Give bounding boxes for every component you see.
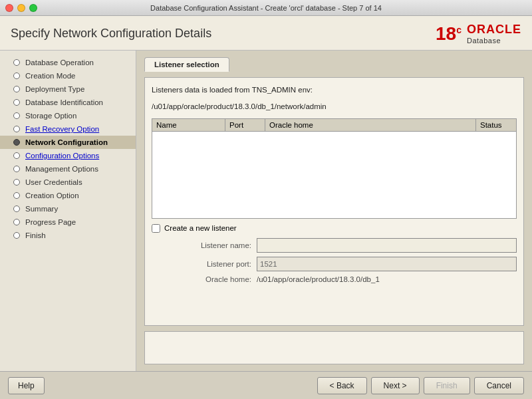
content-area: Database Operation Creation Mode Deploym… (0, 51, 532, 371)
table-body (152, 132, 516, 218)
help-button[interactable]: Help (8, 377, 45, 394)
titlebar: Database Configuration Assistant - Creat… (0, 0, 532, 16)
sidebar-item-progress-page[interactable]: Progress Page (0, 215, 136, 229)
sidebar-item-creation-mode[interactable]: Creation Mode (0, 69, 136, 82)
footer-left: Help (8, 377, 45, 394)
sidebar-item-label: Network Configuration (25, 138, 108, 146)
sidebar-item-summary[interactable]: Summary (0, 202, 136, 215)
create-new-listener-checkbox[interactable] (152, 224, 160, 233)
sidebar-item-fast-recovery-option[interactable]: Fast Recovery Option (0, 122, 136, 136)
step-circle (13, 112, 20, 119)
sidebar-item-label: Management Options (25, 165, 98, 173)
sidebar-item-user-credentials[interactable]: User Credentials (0, 176, 136, 189)
step-circle (13, 72, 20, 79)
col-header-status: Status (476, 119, 516, 131)
info-text-line1: Listeners data is loaded from TNS_ADMIN … (152, 84, 517, 96)
main-panel: Listener selection Listeners data is loa… (136, 51, 532, 371)
sidebar-item-label: Creation Option (25, 192, 79, 200)
back-button[interactable]: < Back (317, 377, 367, 394)
info-text-line2: /u01/app/oracle/product/18.3.0/db_1/netw… (152, 101, 517, 112)
oracle-home-label: Oracle home: (165, 275, 251, 283)
listener-panel: Listeners data is loaded from TNS_ADMIN … (144, 77, 524, 326)
create-listener-row: Create a new listener (152, 224, 517, 233)
sidebar-item-label: Configuration Options (25, 152, 99, 160)
maximize-button[interactable] (29, 4, 37, 12)
footer: Help < Back Next > Finish Cancel (0, 371, 532, 399)
minimize-button[interactable] (17, 4, 25, 12)
sidebar-item-configuration-options[interactable]: Configuration Options (0, 149, 136, 162)
step-circle (13, 86, 20, 92)
sidebar-item-label: Deployment Type (25, 85, 84, 93)
step-circle (13, 205, 20, 212)
footer-right: < Back Next > Finish Cancel (317, 377, 524, 394)
step-circle (13, 192, 20, 199)
page-title: Specify Network Configuration Details (11, 27, 211, 41)
bottom-panel (144, 331, 524, 364)
oracle-db-label: Database (467, 37, 501, 45)
cancel-button[interactable]: Cancel (474, 377, 524, 394)
sidebar-item-creation-option[interactable]: Creation Option (0, 189, 136, 202)
listener-form: Listener name: Listener port: Oracle hom… (152, 238, 517, 283)
sidebar-item-label: Progress Page (25, 218, 76, 226)
sidebar-item-label: Storage Option (25, 112, 76, 120)
sidebar-item-deployment-type[interactable]: Deployment Type (0, 82, 136, 96)
sidebar-item-database-identification[interactable]: Database Identification (0, 96, 136, 109)
sidebar-item-label: Database Operation (25, 59, 94, 66)
step-circle (13, 179, 20, 186)
window-title: Database Configuration Assistant - Creat… (150, 4, 382, 12)
step-circle (13, 59, 20, 66)
sidebar-item-label: User Credentials (25, 178, 82, 186)
listener-port-input[interactable] (257, 257, 517, 271)
tab-listener-selection[interactable]: Listener selection (144, 57, 229, 72)
close-button[interactable] (5, 4, 13, 12)
sidebar-item-label: Creation Mode (25, 72, 75, 80)
oracle-brand: ORACLE (467, 23, 521, 37)
next-button[interactable]: Next > (371, 377, 420, 394)
oracle-logo: 18c ORACLE Database (436, 23, 521, 45)
step-circle (13, 232, 20, 239)
sidebar-item-finish[interactable]: Finish (0, 229, 136, 242)
col-header-name: Name (152, 119, 225, 131)
window-controls[interactable] (5, 4, 37, 12)
sidebar-item-network-configuration[interactable]: Network Configuration (0, 136, 136, 149)
table-header: Name Port Oracle home Status (152, 119, 516, 132)
main-window: Specify Network Configuration Details 18… (0, 16, 532, 399)
step-circle (13, 166, 20, 172)
sidebar-item-label: Fast Recovery Option (25, 125, 99, 133)
sidebar-item-label: Finish (25, 231, 46, 239)
tab-bar: Listener selection (144, 57, 524, 72)
step-circle (13, 219, 20, 225)
create-new-listener-label[interactable]: Create a new listener (164, 224, 237, 232)
finish-button[interactable]: Finish (424, 377, 470, 394)
header: Specify Network Configuration Details 18… (0, 16, 532, 51)
sidebar-item-management-options[interactable]: Management Options (0, 162, 136, 176)
sidebar-item-database-operation[interactable]: Database Operation (0, 56, 136, 69)
listener-name-label: Listener name: (165, 241, 251, 249)
step-circle (13, 126, 20, 132)
step-circle-active (13, 139, 20, 146)
sidebar-item-label: Summary (25, 205, 58, 213)
sidebar-item-storage-option[interactable]: Storage Option (0, 109, 136, 122)
sidebar-item-label: Database Identification (25, 98, 103, 106)
listener-table: Name Port Oracle home Status (152, 118, 517, 219)
step-circle (13, 99, 20, 106)
col-header-home: Oracle home (265, 119, 476, 131)
oracle-text: ORACLE Database (467, 23, 521, 45)
oracle-version: 18c (436, 23, 462, 45)
oracle-home-value: /u01/app/oracle/product/18.3.0/db_1 (257, 275, 517, 283)
sidebar: Database Operation Creation Mode Deploym… (0, 51, 136, 371)
listener-port-label: Listener port: (165, 260, 251, 268)
col-header-port: Port (225, 119, 265, 131)
listener-name-input[interactable] (257, 238, 517, 253)
step-circle (13, 152, 20, 159)
